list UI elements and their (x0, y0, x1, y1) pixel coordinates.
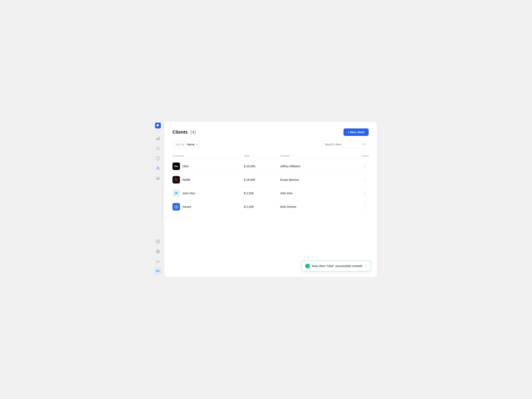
svg-marker-13 (175, 206, 177, 208)
page-title: Clients (4) (172, 129, 196, 135)
search-wrapper (322, 141, 369, 148)
search-icon (363, 143, 366, 146)
contact-cell: John Doe (280, 187, 345, 200)
app-container: MC Clients (4) + New client Sort by : Na… (152, 119, 380, 280)
col-company: Company (172, 152, 244, 160)
sidebar-item-dashboard[interactable] (154, 134, 162, 143)
company-name: Netflix (183, 178, 190, 181)
col-contact: Contact (280, 152, 345, 160)
company-name: John Doe (183, 192, 195, 195)
sort-select[interactable]: Sort by : Name ▾ (172, 141, 200, 148)
table-row: N Netflix $ 18,000 Susan Banson ⋮ (172, 173, 369, 187)
sidebar-bottom: MC (154, 237, 162, 275)
contact-cell: Ariel Zimmer (280, 200, 345, 214)
sidebar-nav (154, 134, 162, 237)
clients-table: Company Rate Contact Action Uber Uber $ … (172, 152, 369, 214)
toast-success-icon: ✓ (305, 264, 310, 268)
chevron-down-icon: ▾ (196, 143, 198, 146)
rate-cell: $ 18,000 (244, 173, 280, 187)
company-logo: JD (172, 190, 180, 197)
rate-cell: $ 2,000 (244, 200, 280, 214)
table-body: Uber Uber $ 25,000 Jeffrey Williams ⋮ N … (172, 160, 369, 214)
more-options-button[interactable]: ⋮ (361, 177, 369, 183)
table-row: Uber Uber $ 25,000 Jeffrey Williams ⋮ (172, 160, 369, 173)
company-logo: Uber (172, 163, 180, 170)
table-header: Company Rate Contact Action (172, 152, 369, 160)
more-options-button[interactable]: ⋮ (361, 164, 369, 169)
sidebar-item-globe[interactable] (154, 247, 162, 256)
company-name: Sorare (183, 205, 191, 209)
svg-rect-3 (159, 137, 159, 140)
rate-cell: $ 25,000 (244, 160, 280, 173)
company-logo (172, 203, 180, 210)
action-cell: ⋮ (345, 187, 369, 200)
sidebar-item-settings[interactable] (154, 237, 162, 246)
sidebar-item-logout[interactable] (154, 257, 162, 266)
sort-label: Sort by : (175, 143, 186, 146)
table-row: JD John Doe $ 2,500 John Doe ⋮ (172, 187, 369, 200)
svg-rect-1 (157, 138, 157, 140)
col-rate: Rate (244, 152, 280, 160)
company-cell: JD John Doe (172, 187, 244, 200)
svg-point-10 (363, 143, 365, 145)
table-row: Sorare $ 2,000 Ariel Zimmer ⋮ (172, 200, 369, 214)
sidebar-item-notifications[interactable] (154, 144, 162, 152)
contact-cell: Susan Banson (280, 173, 345, 187)
sidebar-logo[interactable] (155, 123, 161, 129)
toolbar: Sort by : Name ▾ (172, 141, 369, 148)
toast-close-button[interactable]: × (365, 264, 367, 268)
contact-cell: Jeffrey Williams (280, 160, 345, 173)
sidebar-item-layers[interactable] (154, 174, 162, 183)
more-options-button[interactable]: ⋮ (361, 204, 369, 209)
svg-point-6 (158, 241, 158, 242)
toast-message: New client "Uber" successfully created! (312, 264, 362, 268)
company-cell: Uber Uber (172, 160, 244, 173)
sidebar: MC (152, 119, 164, 280)
svg-point-4 (157, 167, 159, 168)
company-cell: N Netflix (172, 173, 244, 187)
company-cell: Sorare (172, 200, 244, 214)
page-header: Clients (4) + New client (172, 128, 369, 136)
more-options-button[interactable]: ⋮ (361, 190, 369, 196)
company-name: Uber (183, 165, 189, 168)
sort-value: Name (187, 143, 195, 146)
new-client-button[interactable]: + New client (343, 128, 369, 136)
rate-cell: $ 2,500 (244, 187, 280, 200)
svg-line-11 (365, 145, 366, 145)
action-cell: ⋮ (345, 160, 369, 173)
main-content: Clients (4) + New client Sort by : Name … (164, 122, 377, 277)
col-action: Action (345, 152, 369, 160)
sidebar-item-clients[interactable] (154, 164, 162, 172)
company-logo: N (172, 176, 180, 184)
toast-notification: ✓ New client "Uber" successfully created… (301, 261, 371, 271)
sidebar-item-documents[interactable] (154, 154, 162, 163)
action-cell: ⋮ (345, 200, 369, 214)
user-avatar[interactable]: MC (154, 267, 162, 275)
search-input[interactable] (325, 143, 361, 146)
action-cell: ⋮ (345, 173, 369, 187)
svg-rect-2 (158, 138, 158, 140)
